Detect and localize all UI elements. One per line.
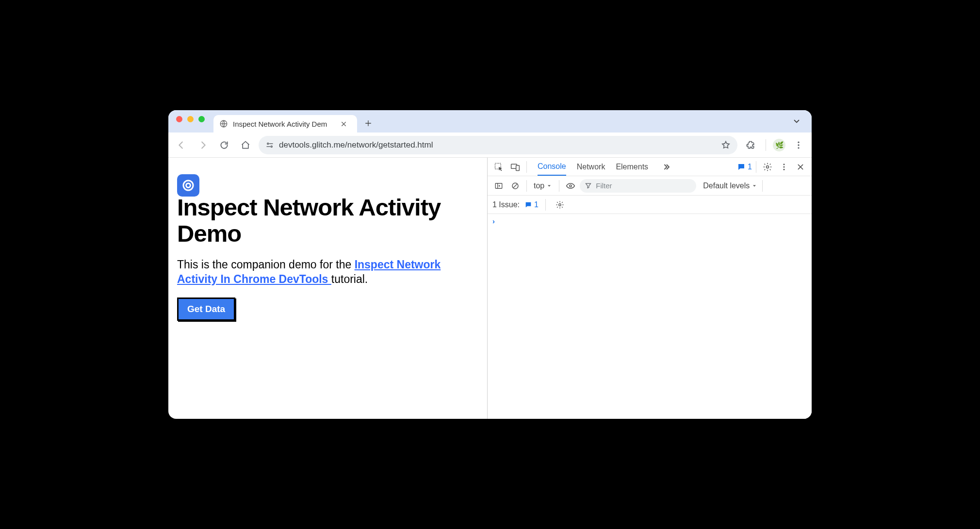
close-tab-button[interactable] (340, 120, 347, 128)
console-output[interactable]: › (488, 214, 812, 419)
devtools-main-toolbar: Console Network Elements 1 (488, 158, 812, 176)
devtools-panel: Console Network Elements 1 (487, 158, 812, 419)
site-settings-icon[interactable] (265, 141, 274, 149)
inspect-element-icon[interactable] (491, 160, 506, 174)
globe-icon (219, 119, 228, 128)
tab-strip: Inspect Network Activity Dem (168, 110, 812, 132)
console-separator (559, 180, 559, 192)
forward-button[interactable] (195, 137, 211, 153)
console-separator (762, 180, 763, 192)
page-heading: Inspect Network Activity Demo (177, 172, 476, 247)
console-toolbar: top Filter Default levels (488, 176, 812, 196)
home-button[interactable] (237, 137, 254, 153)
toggle-sidebar-icon[interactable] (491, 179, 506, 193)
close-devtools-icon[interactable] (793, 160, 808, 174)
device-toolbar-icon[interactable] (508, 160, 523, 174)
devtools-separator (526, 161, 527, 173)
tab-title: Inspect Network Activity Dem (233, 120, 335, 128)
issues-indicator[interactable]: 1 (737, 163, 752, 171)
svg-point-7 (186, 183, 191, 188)
svg-point-2 (271, 146, 272, 147)
page-viewport: Inspect Network Activity Demo This is th… (168, 158, 487, 419)
console-settings-icon[interactable] (553, 198, 567, 212)
svg-point-6 (183, 181, 193, 190)
content-area: Inspect Network Activity Demo This is th… (168, 158, 812, 419)
log-levels-selector[interactable]: Default levels (703, 182, 757, 190)
issues-label: 1 Issue: (492, 200, 520, 209)
console-issues-bar: 1 Issue: 1 (488, 196, 812, 214)
intro-suffix: tutorial. (331, 273, 368, 285)
live-expression-icon[interactable] (563, 179, 578, 193)
tab-console[interactable]: Console (538, 158, 566, 176)
levels-label: Default levels (703, 182, 750, 190)
svg-point-13 (784, 166, 785, 167)
devtools-tabs: Console Network Elements (538, 158, 673, 176)
tab-network[interactable]: Network (577, 159, 605, 175)
bookmark-star-icon[interactable] (721, 140, 731, 150)
filter-placeholder: Filter (596, 182, 612, 190)
issues-separator (545, 199, 546, 211)
reload-button[interactable] (216, 137, 232, 153)
browser-window: Inspect Network Activity Dem (168, 110, 812, 419)
page-heading-text: Inspect Network Activity Demo (177, 195, 476, 247)
url-text: devtools.glitch.me/network/getstarted.ht… (279, 140, 716, 150)
svg-point-14 (784, 168, 785, 170)
issue-count: 1 (748, 163, 752, 171)
browser-tab[interactable]: Inspect Network Activity Dem (213, 115, 357, 132)
tab-elements[interactable]: Elements (616, 159, 648, 175)
svg-rect-10 (516, 165, 520, 170)
execution-context-selector[interactable]: top (531, 182, 555, 190)
more-tabs-button[interactable] (659, 160, 673, 174)
svg-point-3 (798, 141, 799, 143)
chrome-menu-button[interactable] (790, 137, 807, 153)
extensions-button[interactable] (742, 137, 759, 153)
fullscreen-window-button[interactable] (198, 116, 205, 122)
window-controls (173, 116, 210, 127)
devtools-menu-icon[interactable] (777, 160, 791, 174)
close-window-button[interactable] (176, 116, 182, 122)
get-data-button[interactable]: Get Data (177, 298, 235, 321)
profile-avatar[interactable]: 🌿 (773, 139, 785, 151)
svg-point-5 (798, 147, 799, 149)
issues-link[interactable]: 1 (524, 200, 539, 209)
new-tab-button[interactable] (361, 116, 376, 131)
filter-icon (585, 182, 592, 189)
toolbar-separator (766, 139, 766, 151)
context-label: top (534, 182, 544, 190)
console-filter[interactable]: Filter (580, 179, 696, 193)
address-bar[interactable]: devtools.glitch.me/network/getstarted.ht… (259, 136, 737, 154)
svg-point-17 (570, 184, 572, 186)
issues-count-2: 1 (534, 200, 539, 209)
minimize-window-button[interactable] (187, 116, 194, 122)
svg-point-18 (559, 203, 561, 206)
devtools-separator (756, 161, 756, 173)
clear-console-icon[interactable] (508, 179, 523, 193)
all-tabs-button[interactable] (789, 114, 804, 129)
intro-prefix: This is the companion demo for the (177, 258, 355, 271)
svg-point-4 (798, 144, 799, 146)
console-prompt-caret-icon: › (492, 217, 495, 225)
devtools-settings-icon[interactable] (760, 160, 775, 174)
browser-toolbar: devtools.glitch.me/network/getstarted.ht… (168, 132, 812, 158)
svg-point-12 (784, 164, 785, 165)
page-intro: This is the companion demo for the Inspe… (177, 258, 476, 287)
svg-point-1 (267, 143, 269, 144)
svg-point-11 (767, 165, 769, 168)
devtools-logo-icon (177, 174, 199, 197)
back-button[interactable] (173, 137, 190, 153)
console-separator (526, 180, 527, 192)
